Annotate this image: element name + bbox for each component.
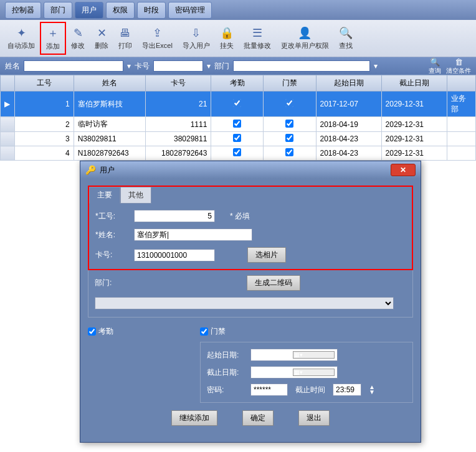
menu-department[interactable]: 部门: [44, 2, 72, 19]
cell-name: 临时访客: [74, 117, 146, 132]
attendance-checkbox[interactable]: [233, 148, 241, 156]
dialog-titlebar[interactable]: 🔑 用户 ✕: [80, 161, 421, 179]
continue-add-btn[interactable]: 继续添加: [171, 410, 217, 426]
user-dialog: 🔑 用户 ✕ 主要 其他 *工号: * 必填 *姓名: 卡号: 选相片: [80, 161, 421, 443]
cell-end: 2029-12-31: [381, 146, 447, 161]
attendance-checkbox[interactable]: [233, 134, 241, 142]
tool-lost[interactable]: 🔒挂失: [215, 24, 239, 53]
access-checkbox[interactable]: [285, 148, 293, 156]
th-extra[interactable]: [447, 75, 475, 92]
tool-delete[interactable]: ✕删除: [90, 24, 113, 53]
end-time-label: 截止时间: [295, 385, 325, 395]
access-checkbox[interactable]: [200, 327, 208, 336]
toolbar: ✦自动添加 ＋添加 ✎修改 ✕删除 🖶打印 ⇪导出Excel ⇩导入用户 🔒挂失…: [0, 20, 476, 57]
cell-attendance: [211, 92, 264, 117]
cell-name: 塞伯罗斯科技: [74, 92, 146, 117]
attendance-checkbox[interactable]: [233, 99, 241, 107]
tool-auto-add[interactable]: ✦自动添加: [2, 24, 40, 53]
table-row[interactable]: 3N38029811380298112018-04-232029-12-31: [1, 132, 476, 146]
dialog-close-btn[interactable]: ✕: [391, 164, 416, 176]
dropdown-icon[interactable]: ▾: [207, 62, 211, 70]
tool-edit[interactable]: ✎修改: [66, 24, 90, 53]
menu-permission[interactable]: 权限: [106, 2, 135, 19]
cell-start: 2018-04-23: [316, 132, 381, 146]
table-row[interactable]: ▶1塞伯罗斯科技212017-12-072029-12-31业务部: [1, 92, 476, 117]
dropdown-icon[interactable]: ▾: [374, 62, 378, 70]
th-id[interactable]: 工号: [15, 75, 74, 92]
card-label: 卡号:: [95, 250, 126, 260]
search-icon: 🔍: [430, 57, 440, 67]
filter-clear-btn[interactable]: 🗑清空条件: [446, 57, 471, 75]
menu-password[interactable]: 密码管理: [168, 2, 212, 19]
menu-period[interactable]: 时段: [137, 2, 166, 19]
dept-select[interactable]: [95, 297, 394, 309]
menu-user[interactable]: 用户: [75, 2, 103, 19]
attendance-checkbox-label[interactable]: 考勤: [88, 326, 188, 337]
cell-name: N38029811: [74, 132, 146, 146]
tool-add[interactable]: ＋添加: [40, 22, 66, 55]
tab-other[interactable]: 其他: [120, 187, 151, 204]
exit-btn[interactable]: 退出: [298, 410, 330, 426]
th-access[interactable]: 门禁: [264, 75, 316, 92]
cell-card: 1111: [146, 117, 211, 132]
gen-qr-btn[interactable]: 生成二维码: [247, 275, 300, 291]
access-checkbox[interactable]: [285, 134, 293, 142]
card-input[interactable]: [134, 249, 215, 261]
calendar-icon[interactable]: ▦▾: [293, 351, 335, 359]
cell-attendance: [211, 132, 264, 146]
name-input[interactable]: [134, 228, 252, 241]
filter-search-btn[interactable]: 🔍查询: [429, 57, 441, 75]
end-time-input[interactable]: [333, 384, 361, 396]
access-checkbox-label[interactable]: 门禁: [200, 326, 413, 337]
row-handle[interactable]: [1, 132, 15, 146]
tool-change-perm[interactable]: 👤更改单用户权限: [276, 24, 334, 53]
id-input[interactable]: [134, 210, 215, 222]
ok-btn[interactable]: 确定: [242, 410, 274, 426]
access-checkbox[interactable]: [285, 120, 293, 128]
row-handle[interactable]: ▶: [1, 92, 15, 117]
attendance-checkbox[interactable]: [233, 120, 241, 128]
access-checkbox[interactable]: [285, 99, 293, 107]
tool-export[interactable]: ⇪导出Excel: [137, 24, 178, 53]
start-date-input[interactable]: 2018-07-22▦▾: [250, 349, 338, 361]
cell-extra: 业务部: [447, 92, 475, 117]
table-row[interactable]: 4N18028792643180287926432018-04-232029-1…: [1, 146, 476, 161]
tab-main[interactable]: 主要: [89, 187, 120, 204]
th-attendance[interactable]: 考勤: [211, 75, 264, 92]
cell-extra: [447, 117, 475, 132]
row-handle-header: [1, 75, 15, 92]
table-row[interactable]: 2临时访客11112018-04-192029-12-31: [1, 117, 476, 132]
import-icon: ⇩: [191, 26, 201, 40]
wand-icon: ✦: [17, 26, 26, 40]
tool-find[interactable]: 🔍查找: [334, 24, 358, 53]
th-card[interactable]: 卡号: [146, 75, 211, 92]
menu-bar: 控制器 部门 用户 权限 时段 密码管理: [0, 0, 476, 20]
list-icon: ☰: [252, 26, 262, 40]
access-panel: 起始日期: 2018-07-22▦▾ 截止日期: 2029-12-31▦▾ 密码…: [200, 342, 413, 403]
dropdown-icon[interactable]: ▾: [127, 62, 131, 70]
dialog-title: 用户: [100, 165, 115, 176]
menu-controller[interactable]: 控制器: [5, 2, 41, 19]
filter-card-input[interactable]: [153, 60, 203, 72]
tool-import[interactable]: ⇩导入用户: [178, 24, 215, 53]
end-date-input[interactable]: 2029-12-31▦▾: [250, 366, 338, 379]
password-input[interactable]: [250, 384, 288, 396]
calendar-icon[interactable]: ▦▾: [293, 369, 335, 376]
person-icon: 👤: [298, 26, 312, 40]
filter-dept-input[interactable]: [233, 60, 370, 72]
th-end[interactable]: 截止日期: [381, 75, 447, 92]
tool-batch-edit[interactable]: ☰批量修改: [239, 24, 276, 53]
attendance-checkbox[interactable]: [88, 327, 96, 336]
filter-name-input[interactable]: [24, 60, 123, 72]
filter-bar: 姓名 ▾ 卡号 ▾ 部门 ▾ 🔍查询 🗑清空条件: [0, 57, 476, 75]
th-start[interactable]: 起始日期: [316, 75, 381, 92]
cell-id: 2: [15, 117, 74, 132]
row-handle[interactable]: [1, 146, 15, 161]
tool-print[interactable]: 🖶打印: [113, 24, 137, 53]
cell-start: 2018-04-19: [316, 117, 381, 132]
th-name[interactable]: 姓名: [74, 75, 146, 92]
select-photo-btn[interactable]: 选相片: [247, 247, 286, 263]
spinner-icon[interactable]: ▲▼: [369, 385, 375, 395]
row-handle[interactable]: [1, 117, 15, 132]
cell-access: [264, 117, 316, 132]
